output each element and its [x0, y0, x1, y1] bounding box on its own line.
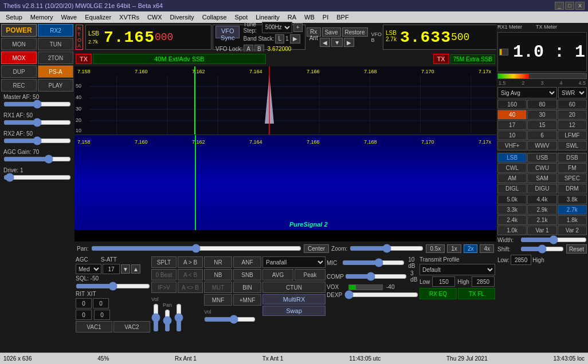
- pan-slider[interactable]: [91, 245, 301, 252]
- zoom-05-button[interactable]: 0.5x: [426, 244, 445, 253]
- menu-diversity[interactable]: Diversity: [167, 13, 198, 21]
- twotone-button[interactable]: 2TON: [38, 52, 73, 64]
- mic-slider[interactable]: [342, 259, 405, 266]
- band-stack-l[interactable]: L: [275, 34, 284, 43]
- snb-button[interactable]: SNB: [233, 269, 261, 280]
- nr-button[interactable]: NR: [204, 256, 232, 268]
- agc-gain-slider[interactable]: [3, 156, 71, 163]
- if-v-button[interactable]: IF>V: [151, 282, 177, 293]
- menu-xvtrs[interactable]: XVTRs: [116, 13, 143, 21]
- band-vhf[interactable]: VHF+: [497, 141, 527, 151]
- rec-button[interactable]: REC: [1, 79, 37, 92]
- mode-lsb[interactable]: LSB: [497, 153, 527, 163]
- vol-right-slider[interactable]: [174, 303, 183, 332]
- band-stack-r[interactable]: ▶: [290, 34, 300, 43]
- band-30[interactable]: 30: [527, 110, 556, 120]
- play-button[interactable]: PLAY: [38, 79, 73, 92]
- filter-33k[interactable]: 3.3k: [497, 205, 527, 215]
- mut-button[interactable]: MUT: [204, 282, 232, 293]
- mode-spec[interactable]: SPEC: [558, 173, 587, 183]
- filter-var2[interactable]: Var 2: [558, 225, 587, 235]
- mode-drm[interactable]: DRM: [558, 184, 587, 193]
- menu-wb[interactable]: WB: [301, 13, 318, 21]
- band-80[interactable]: 80: [527, 100, 556, 109]
- avg-button[interactable]: AVG: [262, 269, 293, 280]
- band-10[interactable]: 10: [497, 130, 527, 140]
- menu-memory[interactable]: Memory: [27, 13, 57, 21]
- master-af-slider[interactable]: [3, 101, 71, 108]
- low-input[interactable]: [432, 276, 455, 287]
- filter-38k[interactable]: 3.8k: [558, 195, 587, 204]
- filter-18k[interactable]: 1.8k: [558, 215, 587, 225]
- tx-b-button[interactable]: TX: [433, 54, 449, 64]
- mode-usb[interactable]: USB: [527, 153, 556, 163]
- mode-digu[interactable]: DIGU: [527, 184, 556, 193]
- center-button[interactable]: Center: [304, 244, 329, 253]
- filter-10k[interactable]: 1.0k: [497, 225, 527, 235]
- filter-50k[interactable]: 5.0k: [497, 195, 527, 204]
- band-12[interactable]: 12: [558, 120, 587, 130]
- o-beat-button[interactable]: 0 Beat: [151, 269, 177, 280]
- rx2-af-slider[interactable]: [3, 137, 71, 144]
- maximize-button[interactable]: □: [565, 2, 574, 10]
- zoom-4-button[interactable]: 4x: [480, 244, 494, 253]
- shift-slider[interactable]: [520, 246, 564, 252]
- tx-a-button[interactable]: TX: [76, 54, 92, 64]
- filter-var1[interactable]: Var 1: [527, 225, 556, 235]
- band-160[interactable]: 160: [497, 100, 527, 109]
- vol-bottom-slider[interactable]: [204, 316, 256, 323]
- peak-button[interactable]: Peak: [295, 269, 326, 280]
- width-slider[interactable]: [520, 236, 587, 243]
- mode-cwl[interactable]: CWL: [497, 163, 527, 173]
- high-input[interactable]: [472, 276, 495, 287]
- filter-21k[interactable]: 2.1k: [527, 215, 556, 225]
- zoom-1-button[interactable]: 1x: [447, 244, 461, 253]
- power-button[interactable]: POWER: [1, 24, 37, 37]
- tx-fl-button[interactable]: TX FL: [458, 288, 495, 299]
- vac2-button[interactable]: VAC2: [113, 321, 150, 333]
- tune-step-up[interactable]: +: [293, 23, 303, 32]
- menu-setup[interactable]: Setup: [2, 13, 26, 21]
- menu-equalizer[interactable]: Equalizer: [81, 13, 115, 21]
- close-button[interactable]: X: [575, 2, 585, 10]
- mode-am[interactable]: AM: [497, 173, 527, 183]
- b-to-a-button[interactable]: A < B: [178, 269, 203, 280]
- mode-dsb[interactable]: DSB: [558, 153, 587, 163]
- nb-button[interactable]: NB: [204, 269, 232, 280]
- xit-input[interactable]: [93, 298, 109, 308]
- comp-slider[interactable]: [345, 273, 407, 280]
- mox-button[interactable]: MOX: [1, 52, 37, 64]
- restore-button[interactable]: Restore: [342, 27, 368, 37]
- vol-left-slider[interactable]: [151, 303, 160, 332]
- menu-wave[interactable]: Wave: [57, 13, 80, 21]
- rit-right-input[interactable]: [94, 310, 110, 320]
- mon-button[interactable]: MON: [1, 38, 37, 50]
- swr-select[interactable]: SWR ALC: [558, 87, 587, 98]
- agc-value-input[interactable]: [103, 264, 120, 274]
- band-wwv[interactable]: WWV: [527, 141, 556, 151]
- band-6[interactable]: 6: [527, 130, 556, 140]
- filter-44k[interactable]: 4.4k: [527, 195, 556, 204]
- arrow-down-btn[interactable]: ▼: [331, 38, 343, 47]
- sig-avg-select[interactable]: Sig Avg Signal: [497, 87, 557, 98]
- menu-collapse[interactable]: Collapse: [199, 13, 230, 21]
- band-swl[interactable]: SWL: [558, 141, 587, 151]
- mnf-button[interactable]: MNF: [204, 294, 232, 306]
- sql-slider[interactable]: [76, 283, 150, 290]
- dexp-slider[interactable]: [344, 291, 418, 298]
- band-20[interactable]: 20: [558, 110, 587, 120]
- tune-step-select[interactable]: 500Hz 100Hz 1kHz: [262, 22, 292, 33]
- band-17[interactable]: 17: [497, 120, 527, 130]
- pan-slider-vert[interactable]: [163, 309, 172, 332]
- multirx-button[interactable]: MultiRX: [262, 294, 326, 304]
- menu-cwx[interactable]: CWX: [144, 13, 166, 21]
- zoom-slider[interactable]: [350, 245, 424, 252]
- anf-button[interactable]: ANF: [233, 256, 261, 268]
- menu-ra[interactable]: RA: [284, 13, 300, 21]
- band-lfmf[interactable]: LFMF: [558, 130, 587, 140]
- dup-button[interactable]: DUP: [1, 65, 37, 78]
- filter-27k[interactable]: 2.7k: [558, 205, 587, 215]
- band-40[interactable]: 40: [497, 110, 527, 120]
- filter-29k[interactable]: 2.9k: [527, 205, 556, 215]
- low-display-input[interactable]: [511, 255, 531, 265]
